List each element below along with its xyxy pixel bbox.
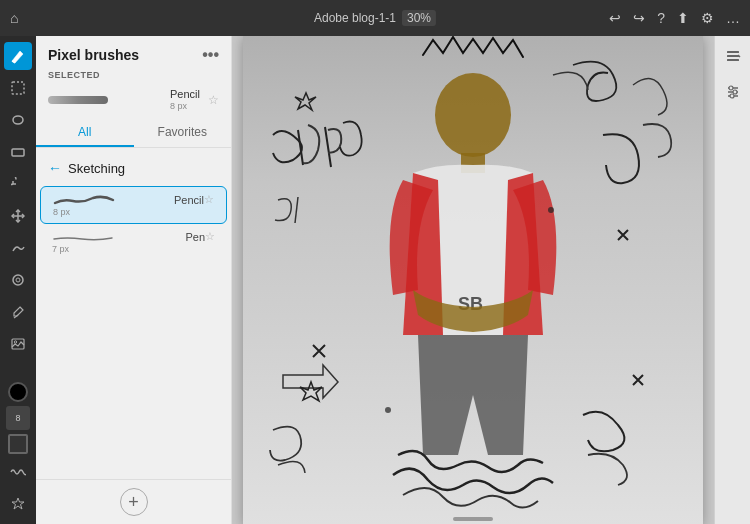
category-name: Sketching [68, 161, 125, 176]
main-content: 8 Pixel brushes ••• SELECTED [0, 36, 750, 524]
brush-item-pencil[interactable]: Pencil ☆ 8 px [40, 186, 227, 224]
pencil-stroke-preview [53, 194, 174, 206]
settings-button[interactable]: ⚙ [701, 10, 714, 26]
brush-item-pen-top: Pen ☆ [52, 230, 215, 243]
svg-point-26 [730, 94, 734, 98]
svg-point-10 [14, 341, 16, 343]
selected-brush-row: Pencil 8 px ☆ [36, 84, 231, 119]
history-tool-button[interactable] [4, 170, 32, 198]
svg-point-6 [13, 275, 23, 285]
scroll-indicator [453, 517, 493, 521]
help-button[interactable]: ? [657, 10, 665, 26]
eyedropper-tool-button[interactable] [4, 298, 32, 326]
tab-favorites[interactable]: Favorites [134, 119, 232, 147]
sketch-overlay [243, 36, 703, 524]
undo-button[interactable]: ↩ [609, 10, 621, 26]
top-bar-left: ⌂ [10, 10, 18, 26]
redo-button[interactable]: ↪ [633, 10, 645, 26]
share-button[interactable]: ⬆ [677, 10, 689, 26]
pen-favorite-star[interactable]: ☆ [205, 230, 215, 243]
selected-brush-preview [48, 90, 162, 110]
category-header[interactable]: ← Sketching [36, 154, 231, 182]
pencil-name: Pencil [174, 194, 204, 206]
brush-item-pen[interactable]: Pen ☆ 7 px [40, 224, 227, 260]
brush-list: Pencil ☆ 8 px Pen ☆ 7 px [36, 182, 231, 479]
panel-header: Pixel brushes ••• [36, 36, 231, 70]
pen-size: 7 px [52, 244, 215, 254]
add-btn-row: + [36, 479, 231, 524]
right-panel-layers-button[interactable] [719, 42, 747, 70]
selection-tool-button[interactable] [4, 74, 32, 102]
top-bar-right: ↩ ↪ ? ⬆ ⚙ … [609, 10, 740, 26]
top-bar: ⌂ Adobe blog-1-1 30% ↩ ↪ ? ⬆ ⚙ … [0, 0, 750, 36]
svg-rect-3 [12, 149, 24, 156]
clone-tool-button[interactable] [4, 266, 32, 294]
svg-point-25 [733, 90, 737, 94]
svg-point-7 [16, 278, 20, 282]
left-toolbar: 8 [0, 36, 36, 524]
move-tool-button[interactable] [4, 202, 32, 230]
svg-rect-18 [727, 55, 739, 57]
canvas-document: SB [243, 36, 703, 524]
brush-tool-button[interactable] [4, 42, 32, 70]
svg-rect-17 [727, 51, 739, 53]
svg-marker-11 [12, 498, 24, 509]
stamp-tool-button[interactable] [4, 490, 32, 518]
selected-label: SELECTED [36, 70, 231, 84]
svg-point-2 [13, 116, 23, 124]
smudge-tool-button[interactable] [4, 234, 32, 262]
selected-brush-stroke [48, 96, 108, 104]
zoom-level[interactable]: 30% [402, 10, 436, 26]
pencil-favorite-star[interactable]: ☆ [204, 193, 214, 206]
more-button[interactable]: … [726, 10, 740, 26]
home-icon[interactable]: ⌂ [10, 10, 18, 26]
image-tool-button[interactable] [4, 330, 32, 358]
right-panel-adjustments-button[interactable] [719, 78, 747, 106]
right-panel [714, 36, 750, 524]
selected-brush-name: Pencil [170, 88, 200, 100]
canvas-area[interactable]: SB [232, 36, 714, 524]
top-bar-center: Adobe blog-1-1 30% [314, 10, 436, 26]
square-tool[interactable] [8, 434, 28, 454]
panel-more-button[interactable]: ••• [202, 46, 219, 64]
svg-point-16 [385, 407, 391, 413]
svg-point-24 [729, 86, 733, 90]
brush-size-display[interactable]: 8 [6, 406, 30, 430]
panel-title: Pixel brushes [48, 47, 139, 63]
brush-item-pencil-top: Pencil ☆ [53, 193, 214, 206]
color-swatch[interactable] [8, 382, 28, 402]
panels-area: Pixel brushes ••• SELECTED Pencil 8 px ☆… [36, 36, 232, 524]
wave-tool-button[interactable] [4, 458, 32, 486]
back-arrow-icon: ← [48, 160, 62, 176]
selected-brush-info: Pencil 8 px [170, 88, 200, 111]
tab-all[interactable]: All [36, 119, 134, 147]
selected-favorite-star[interactable]: ☆ [208, 93, 219, 107]
svg-rect-19 [727, 59, 739, 61]
tabs-row: All Favorites [36, 119, 231, 148]
document-title: Adobe blog-1-1 [314, 11, 396, 25]
svg-rect-1 [12, 82, 24, 94]
pen-name: Pen [185, 231, 205, 243]
pen-stroke-preview [52, 231, 185, 243]
add-brush-button[interactable]: + [120, 488, 148, 516]
pencil-size: 8 px [53, 207, 214, 217]
selected-brush-size: 8 px [170, 101, 200, 111]
eraser-tool-button[interactable] [4, 138, 32, 166]
svg-point-15 [548, 207, 554, 213]
lasso-tool-button[interactable] [4, 106, 32, 134]
